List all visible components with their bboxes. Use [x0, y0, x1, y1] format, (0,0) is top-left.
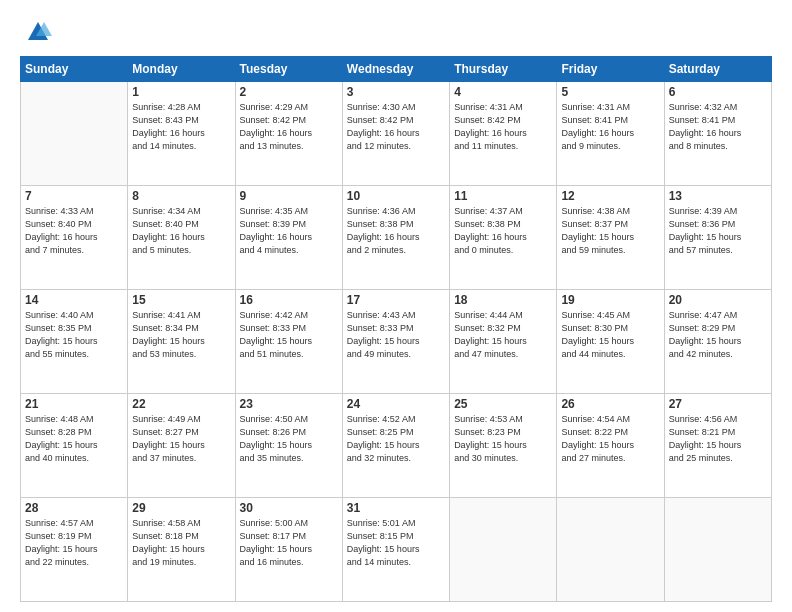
day-number: 2 — [240, 85, 338, 99]
day-number: 23 — [240, 397, 338, 411]
day-number: 31 — [347, 501, 445, 515]
day-number: 5 — [561, 85, 659, 99]
weekday-header-row: SundayMondayTuesdayWednesdayThursdayFrid… — [21, 57, 772, 82]
day-number: 17 — [347, 293, 445, 307]
calendar-cell: 24Sunrise: 4:52 AM Sunset: 8:25 PM Dayli… — [342, 394, 449, 498]
day-info: Sunrise: 4:28 AM Sunset: 8:43 PM Dayligh… — [132, 101, 230, 153]
calendar-cell: 27Sunrise: 4:56 AM Sunset: 8:21 PM Dayli… — [664, 394, 771, 498]
day-info: Sunrise: 4:33 AM Sunset: 8:40 PM Dayligh… — [25, 205, 123, 257]
day-number: 24 — [347, 397, 445, 411]
day-number: 21 — [25, 397, 123, 411]
calendar-cell: 6Sunrise: 4:32 AM Sunset: 8:41 PM Daylig… — [664, 82, 771, 186]
day-info: Sunrise: 4:38 AM Sunset: 8:37 PM Dayligh… — [561, 205, 659, 257]
day-number: 20 — [669, 293, 767, 307]
day-number: 26 — [561, 397, 659, 411]
day-info: Sunrise: 4:40 AM Sunset: 8:35 PM Dayligh… — [25, 309, 123, 361]
day-number: 10 — [347, 189, 445, 203]
day-info: Sunrise: 4:34 AM Sunset: 8:40 PM Dayligh… — [132, 205, 230, 257]
day-info: Sunrise: 4:56 AM Sunset: 8:21 PM Dayligh… — [669, 413, 767, 465]
calendar-cell: 25Sunrise: 4:53 AM Sunset: 8:23 PM Dayli… — [450, 394, 557, 498]
day-info: Sunrise: 4:41 AM Sunset: 8:34 PM Dayligh… — [132, 309, 230, 361]
day-number: 6 — [669, 85, 767, 99]
calendar-cell: 11Sunrise: 4:37 AM Sunset: 8:38 PM Dayli… — [450, 186, 557, 290]
day-info: Sunrise: 4:32 AM Sunset: 8:41 PM Dayligh… — [669, 101, 767, 153]
calendar-cell: 12Sunrise: 4:38 AM Sunset: 8:37 PM Dayli… — [557, 186, 664, 290]
day-info: Sunrise: 4:44 AM Sunset: 8:32 PM Dayligh… — [454, 309, 552, 361]
day-number: 19 — [561, 293, 659, 307]
logo — [20, 18, 52, 46]
calendar-cell: 5Sunrise: 4:31 AM Sunset: 8:41 PM Daylig… — [557, 82, 664, 186]
week-row-3: 21Sunrise: 4:48 AM Sunset: 8:28 PM Dayli… — [21, 394, 772, 498]
day-number: 22 — [132, 397, 230, 411]
day-info: Sunrise: 4:45 AM Sunset: 8:30 PM Dayligh… — [561, 309, 659, 361]
weekday-header-tuesday: Tuesday — [235, 57, 342, 82]
day-info: Sunrise: 4:42 AM Sunset: 8:33 PM Dayligh… — [240, 309, 338, 361]
day-info: Sunrise: 4:48 AM Sunset: 8:28 PM Dayligh… — [25, 413, 123, 465]
calendar-cell: 1Sunrise: 4:28 AM Sunset: 8:43 PM Daylig… — [128, 82, 235, 186]
day-info: Sunrise: 4:49 AM Sunset: 8:27 PM Dayligh… — [132, 413, 230, 465]
calendar-cell: 13Sunrise: 4:39 AM Sunset: 8:36 PM Dayli… — [664, 186, 771, 290]
calendar-cell: 9Sunrise: 4:35 AM Sunset: 8:39 PM Daylig… — [235, 186, 342, 290]
week-row-0: 1Sunrise: 4:28 AM Sunset: 8:43 PM Daylig… — [21, 82, 772, 186]
week-row-4: 28Sunrise: 4:57 AM Sunset: 8:19 PM Dayli… — [21, 498, 772, 602]
calendar-cell: 21Sunrise: 4:48 AM Sunset: 8:28 PM Dayli… — [21, 394, 128, 498]
day-number: 16 — [240, 293, 338, 307]
day-info: Sunrise: 4:37 AM Sunset: 8:38 PM Dayligh… — [454, 205, 552, 257]
day-info: Sunrise: 4:58 AM Sunset: 8:18 PM Dayligh… — [132, 517, 230, 569]
day-info: Sunrise: 4:57 AM Sunset: 8:19 PM Dayligh… — [25, 517, 123, 569]
day-number: 13 — [669, 189, 767, 203]
calendar-table: SundayMondayTuesdayWednesdayThursdayFrid… — [20, 56, 772, 602]
day-info: Sunrise: 4:53 AM Sunset: 8:23 PM Dayligh… — [454, 413, 552, 465]
day-number: 4 — [454, 85, 552, 99]
day-number: 14 — [25, 293, 123, 307]
day-info: Sunrise: 4:31 AM Sunset: 8:42 PM Dayligh… — [454, 101, 552, 153]
page: SundayMondayTuesdayWednesdayThursdayFrid… — [0, 0, 792, 612]
weekday-header-friday: Friday — [557, 57, 664, 82]
calendar-cell: 15Sunrise: 4:41 AM Sunset: 8:34 PM Dayli… — [128, 290, 235, 394]
day-info: Sunrise: 5:00 AM Sunset: 8:17 PM Dayligh… — [240, 517, 338, 569]
day-info: Sunrise: 4:36 AM Sunset: 8:38 PM Dayligh… — [347, 205, 445, 257]
day-number: 11 — [454, 189, 552, 203]
weekday-header-sunday: Sunday — [21, 57, 128, 82]
calendar-cell: 20Sunrise: 4:47 AM Sunset: 8:29 PM Dayli… — [664, 290, 771, 394]
header — [20, 18, 772, 46]
day-info: Sunrise: 4:30 AM Sunset: 8:42 PM Dayligh… — [347, 101, 445, 153]
calendar-cell — [450, 498, 557, 602]
day-info: Sunrise: 4:52 AM Sunset: 8:25 PM Dayligh… — [347, 413, 445, 465]
calendar-cell: 4Sunrise: 4:31 AM Sunset: 8:42 PM Daylig… — [450, 82, 557, 186]
day-number: 27 — [669, 397, 767, 411]
calendar-cell — [557, 498, 664, 602]
day-info: Sunrise: 4:31 AM Sunset: 8:41 PM Dayligh… — [561, 101, 659, 153]
calendar-cell: 30Sunrise: 5:00 AM Sunset: 8:17 PM Dayli… — [235, 498, 342, 602]
day-number: 28 — [25, 501, 123, 515]
calendar-cell: 28Sunrise: 4:57 AM Sunset: 8:19 PM Dayli… — [21, 498, 128, 602]
weekday-header-monday: Monday — [128, 57, 235, 82]
week-row-2: 14Sunrise: 4:40 AM Sunset: 8:35 PM Dayli… — [21, 290, 772, 394]
day-info: Sunrise: 4:43 AM Sunset: 8:33 PM Dayligh… — [347, 309, 445, 361]
weekday-header-wednesday: Wednesday — [342, 57, 449, 82]
day-number: 18 — [454, 293, 552, 307]
calendar-cell: 22Sunrise: 4:49 AM Sunset: 8:27 PM Dayli… — [128, 394, 235, 498]
day-number: 1 — [132, 85, 230, 99]
calendar-cell: 23Sunrise: 4:50 AM Sunset: 8:26 PM Dayli… — [235, 394, 342, 498]
calendar-cell: 14Sunrise: 4:40 AM Sunset: 8:35 PM Dayli… — [21, 290, 128, 394]
day-number: 15 — [132, 293, 230, 307]
calendar-cell: 16Sunrise: 4:42 AM Sunset: 8:33 PM Dayli… — [235, 290, 342, 394]
calendar-cell: 8Sunrise: 4:34 AM Sunset: 8:40 PM Daylig… — [128, 186, 235, 290]
day-info: Sunrise: 4:47 AM Sunset: 8:29 PM Dayligh… — [669, 309, 767, 361]
day-number: 12 — [561, 189, 659, 203]
calendar-cell: 18Sunrise: 4:44 AM Sunset: 8:32 PM Dayli… — [450, 290, 557, 394]
day-number: 9 — [240, 189, 338, 203]
calendar-cell — [21, 82, 128, 186]
calendar-cell: 29Sunrise: 4:58 AM Sunset: 8:18 PM Dayli… — [128, 498, 235, 602]
day-info: Sunrise: 5:01 AM Sunset: 8:15 PM Dayligh… — [347, 517, 445, 569]
logo-icon — [24, 18, 52, 46]
weekday-header-saturday: Saturday — [664, 57, 771, 82]
calendar-cell: 2Sunrise: 4:29 AM Sunset: 8:42 PM Daylig… — [235, 82, 342, 186]
week-row-1: 7Sunrise: 4:33 AM Sunset: 8:40 PM Daylig… — [21, 186, 772, 290]
calendar-cell: 10Sunrise: 4:36 AM Sunset: 8:38 PM Dayli… — [342, 186, 449, 290]
calendar-cell: 31Sunrise: 5:01 AM Sunset: 8:15 PM Dayli… — [342, 498, 449, 602]
calendar-cell: 7Sunrise: 4:33 AM Sunset: 8:40 PM Daylig… — [21, 186, 128, 290]
day-info: Sunrise: 4:54 AM Sunset: 8:22 PM Dayligh… — [561, 413, 659, 465]
calendar-cell: 17Sunrise: 4:43 AM Sunset: 8:33 PM Dayli… — [342, 290, 449, 394]
